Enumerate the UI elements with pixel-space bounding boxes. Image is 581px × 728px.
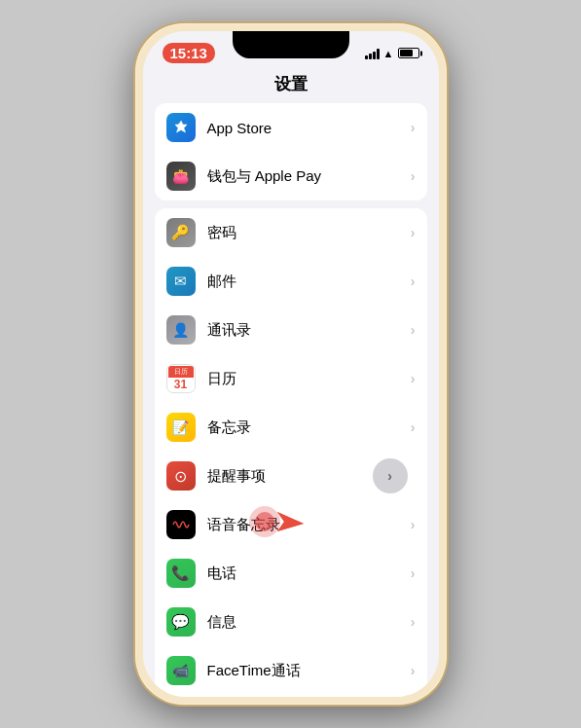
wallet-icon: 👛: [166, 162, 196, 191]
screen: 15:13 ▲ 设置: [143, 31, 439, 697]
phone-icon: 📞: [166, 559, 196, 588]
notes-label: 备忘录: [207, 419, 411, 437]
notes-icon: 📝: [166, 413, 196, 442]
wallet-label: 钱包与 Apple Pay: [207, 167, 411, 186]
list-item[interactable]: 语音备忘录 ›: [155, 500, 427, 549]
status-time: 15:13: [163, 43, 215, 63]
settings-list[interactable]: App Store › 👛 钱包与 Apple Pay › 🔑: [143, 103, 439, 697]
chevron-icon: ›: [411, 322, 416, 338]
reminders-icon: ⊙: [166, 461, 196, 491]
list-item[interactable]: App Store ›: [155, 103, 427, 152]
settings-group-2: 🔑 密码 › ✉ 邮件 › 👤: [155, 208, 427, 697]
chevron-icon: ›: [411, 273, 416, 289]
list-item[interactable]: 📞 电话 ›: [155, 549, 427, 598]
circle-overlay-button[interactable]: ›: [373, 458, 408, 493]
voice-icon: [166, 510, 196, 539]
list-item[interactable]: 📹 FaceTime通话 ›: [155, 646, 427, 695]
circle-btn-chevron: ›: [387, 468, 392, 484]
chevron-icon: ›: [411, 168, 416, 184]
page-title: 设置: [143, 67, 439, 103]
list-item[interactable]: 📝 备忘录 ›: [155, 403, 427, 452]
contacts-icon: 👤: [166, 315, 196, 345]
wifi-icon: ▲: [383, 48, 394, 59]
messages-icon: 💬: [166, 607, 196, 637]
list-item[interactable]: ✉ 邮件 ›: [155, 257, 427, 306]
messages-label: 信息: [207, 613, 411, 632]
calendar-icon: 日历 31: [166, 364, 196, 393]
mail-label: 邮件: [207, 273, 411, 291]
list-item[interactable]: 🔑 密码 ›: [155, 208, 427, 257]
chevron-icon: ›: [411, 419, 416, 435]
passcode-icon: 🔑: [166, 218, 196, 247]
facetime-label: FaceTime通话: [207, 662, 411, 680]
appstore-label: App Store: [207, 120, 411, 136]
list-item[interactable]: 日历 31 日历 ›: [155, 354, 427, 403]
phone-label: 电话: [207, 564, 411, 583]
list-item[interactable]: 👛 钱包与 Apple Pay ›: [155, 152, 427, 200]
chevron-icon: ›: [411, 120, 416, 135]
chevron-icon: ›: [411, 517, 416, 532]
signal-icon: [365, 48, 380, 59]
chevron-icon: ›: [411, 565, 416, 581]
chevron-icon: ›: [411, 663, 416, 678]
chevron-icon: ›: [411, 614, 416, 630]
list-item[interactable]: ⊙ 提醒事项 ›: [155, 452, 427, 500]
calendar-label: 日历: [207, 370, 411, 388]
appstore-icon: [166, 113, 196, 142]
list-item[interactable]: 💬 信息 ›: [155, 598, 427, 646]
passcode-label: 密码: [207, 224, 411, 242]
voice-label: 语音备忘录: [207, 516, 411, 534]
facetime-icon: 📹: [166, 656, 196, 685]
battery-icon: [398, 48, 419, 58]
notch: [233, 31, 349, 58]
list-item[interactable]: 👤 通讯录 ›: [155, 306, 427, 354]
chevron-icon: ›: [411, 371, 416, 386]
chevron-icon: ›: [411, 225, 416, 240]
list-item[interactable]: 🧭 Safari浏览器 ›: [155, 695, 427, 697]
mail-icon: ✉: [166, 267, 196, 296]
settings-group-1: App Store › 👛 钱包与 Apple Pay ›: [155, 103, 427, 200]
phone-frame: 15:13 ▲ 设置: [135, 23, 447, 705]
contacts-label: 通讯录: [207, 321, 411, 340]
status-icons: ▲: [365, 48, 419, 59]
